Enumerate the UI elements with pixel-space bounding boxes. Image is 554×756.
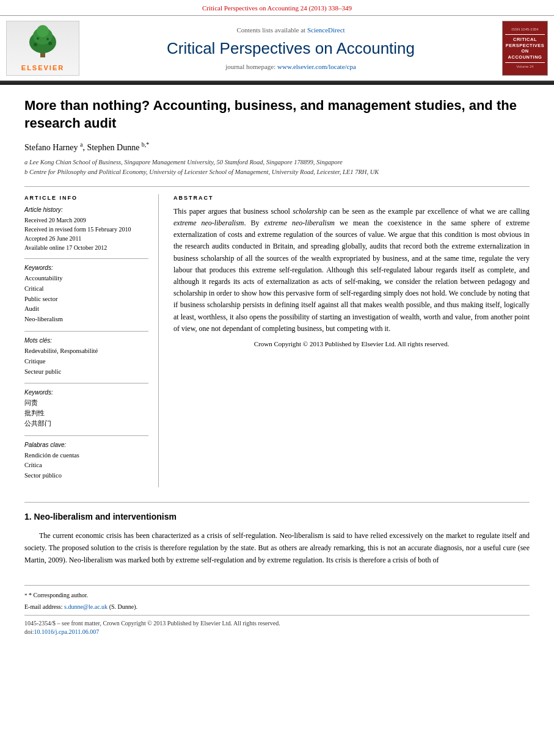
left-divider-1 bbox=[24, 258, 148, 259]
french-keywords: Mots clés: Redevabilité, Responsabilité … bbox=[24, 336, 148, 377]
page-footer: * * Corresponding author. E-mail address… bbox=[24, 585, 530, 637]
email-suffix: (S. Dunne). bbox=[109, 603, 137, 610]
corresponding-label: * Corresponding author. bbox=[29, 592, 88, 598]
cover-image: ISSN 1045-2354 CRITICALPERSPECTIVESON AC… bbox=[502, 21, 548, 76]
email-note: E-mail address: s.dunne@le.ac.uk (S. Dun… bbox=[24, 602, 530, 611]
keywords-label-en: Keywords: bbox=[24, 264, 148, 272]
chinese-kw-3: 公共部门 bbox=[24, 419, 148, 429]
keyword-2: Critical bbox=[24, 284, 148, 294]
left-divider-4 bbox=[24, 435, 148, 436]
received-date: Received 20 March 2009 bbox=[24, 216, 148, 225]
author-email-link[interactable]: s.dunne@le.ac.uk bbox=[64, 603, 108, 610]
chinese-keywords: Keywords: 问责 批判性 公共部门 bbox=[24, 388, 148, 429]
elsevier-wordmark: ELSEVIER bbox=[21, 64, 64, 73]
available-online-date: Available online 17 October 2012 bbox=[24, 243, 148, 252]
article-info-column: ARTICLE INFO Article history: Received 2… bbox=[24, 194, 159, 487]
article-title: More than nothing? Accounting, business,… bbox=[24, 97, 530, 132]
article-content: More than nothing? Accounting, business,… bbox=[0, 85, 554, 649]
journal-title: Critical Perspectives on Accounting bbox=[86, 37, 496, 59]
left-divider-2 bbox=[24, 331, 148, 332]
left-divider-3 bbox=[24, 383, 148, 383]
cover-overlay: ISSN 1045-2354 CRITICALPERSPECTIVESON AC… bbox=[503, 25, 547, 72]
mots-cles-3: Secteur public bbox=[24, 367, 148, 377]
affil-b: b,* bbox=[142, 142, 150, 148]
affil-a: a bbox=[80, 142, 82, 148]
svg-point-6 bbox=[37, 37, 39, 40]
keyword-3: Public sector bbox=[24, 294, 148, 305]
top-journal-reference: Critical Perspectives on Accounting 24 (… bbox=[0, 0, 554, 16]
two-column-layout: ARTICLE INFO Article history: Received 2… bbox=[24, 186, 530, 487]
article-history: Article history: Received 20 March 2009 … bbox=[24, 206, 148, 252]
chinese-kw-1: 问责 bbox=[24, 398, 148, 409]
svg-point-4 bbox=[34, 43, 37, 46]
chinese-kw-2: 批判性 bbox=[24, 409, 148, 419]
section-1-paragraph: The current economic crisis has been cha… bbox=[24, 529, 530, 567]
keyword-5: Neo-liberalism bbox=[24, 314, 148, 325]
accepted-date: Accepted 26 June 2011 bbox=[24, 234, 148, 243]
svg-point-3 bbox=[37, 25, 49, 37]
star-symbol: * bbox=[24, 592, 27, 598]
affiliations: a Lee Kong Chian School of Business, Sin… bbox=[24, 158, 530, 177]
corresponding-author-note: * * Corresponding author. bbox=[24, 591, 530, 600]
doi-label: doi: bbox=[24, 628, 34, 635]
article-info-label: ARTICLE INFO bbox=[24, 194, 148, 202]
sciencedirect-link[interactable]: ScienceDirect bbox=[307, 26, 345, 34]
elsevier-logo: ELSEVIER bbox=[6, 21, 79, 76]
svg-point-5 bbox=[48, 42, 52, 45]
copyright-notice: Crown Copyright © 2013 Published by Else… bbox=[173, 340, 530, 349]
history-label: Article history: bbox=[24, 206, 148, 214]
footer-doi-block: 1045-2354/$ – see front matter, Crown Co… bbox=[24, 615, 530, 636]
issn-line: 1045-2354/$ – see front matter, Crown Co… bbox=[24, 619, 530, 628]
journal-cover: ISSN 1045-2354 CRITICALPERSPECTIVESON AC… bbox=[502, 21, 548, 76]
chinese-kw-block: 问责 批判性 公共部门 bbox=[24, 398, 148, 429]
abstract-extreme-neo-lib-1: extreme neo-liberalism bbox=[173, 219, 244, 227]
contents-line: Contents lists available at ScienceDirec… bbox=[86, 26, 496, 35]
section-1-heading: 1. Neo-liberalism and interventionism bbox=[24, 511, 530, 523]
palabras-clave-3: Sector público bbox=[24, 471, 148, 481]
authors-line: Stefano Harney a, Stephen Dunne b,* bbox=[24, 141, 530, 154]
spanish-keywords: Palabras clave: Rendición de cuentas Crí… bbox=[24, 441, 148, 481]
svg-point-7 bbox=[46, 38, 49, 40]
cover-title: CRITICALPERSPECTIVESON ACCOUNTING bbox=[505, 34, 545, 63]
elsevier-tree-icon bbox=[18, 23, 67, 59]
affiliation-a: a Lee Kong Chian School of Business, Sin… bbox=[24, 158, 530, 167]
mots-cles-1: Redevabilité, Responsabilité bbox=[24, 346, 148, 357]
homepage-line: journal homepage: www.elsevier.com/locat… bbox=[86, 62, 496, 71]
journal-homepage-link[interactable]: www.elsevier.com/locate/cpa bbox=[277, 63, 356, 70]
palabras-clave-1: Rendición de cuentas bbox=[24, 451, 148, 461]
abstract-column: ABSTRACT This paper argues that business… bbox=[173, 194, 530, 487]
palabras-clave-label: Palabras clave: bbox=[24, 441, 148, 449]
journal-header: ELSEVIER Contents lists available at Sci… bbox=[0, 16, 554, 82]
palabras-clave-2: Crítica bbox=[24, 460, 148, 471]
journal-reference-text: Critical Perspectives on Accounting 24 (… bbox=[202, 4, 352, 12]
keyword-4: Audit bbox=[24, 304, 148, 314]
investigation-text: investigation bbox=[352, 313, 390, 321]
mots-cles-label: Mots clés: bbox=[24, 336, 148, 345]
english-keywords: Keywords: Accountability Critical Public… bbox=[24, 264, 148, 325]
section-1: 1. Neo-liberalism and interventionism Th… bbox=[24, 502, 530, 567]
doi-line: doi:10.1016/j.cpa.2011.06.007 bbox=[24, 628, 530, 636]
keyword-1: Accountability bbox=[24, 274, 148, 284]
affiliation-b: b Centre for Philosophy and Political Ec… bbox=[24, 167, 530, 177]
abstract-text: This paper argues that business school s… bbox=[173, 206, 530, 335]
authors-text: Stefano Harney a, Stephen Dunne b,* bbox=[24, 143, 149, 152]
email-label: E-mail address: bbox=[24, 603, 62, 610]
abstract-extreme-neo-lib-2: extreme neo-liberalism bbox=[264, 219, 335, 227]
abstract-scholarship: scholarship bbox=[293, 207, 327, 216]
abstract-label: ABSTRACT bbox=[173, 194, 530, 202]
elsevier-logo-area: ELSEVIER bbox=[6, 21, 79, 76]
doi-link[interactable]: 10.1016/j.cpa.2011.06.007 bbox=[34, 628, 100, 635]
keywords-label-cn: Keywords: bbox=[24, 388, 148, 397]
journal-title-area: Contents lists available at ScienceDirec… bbox=[86, 26, 496, 71]
received-revised-date: Received in revised form 15 February 201… bbox=[24, 225, 148, 234]
mots-cles-2: Critique bbox=[24, 357, 148, 367]
